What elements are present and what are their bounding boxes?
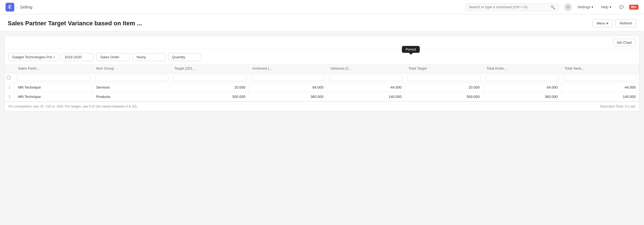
breadcrumb-chevron: ›: [17, 5, 18, 9]
cell-total_achieved: 360.000: [483, 92, 561, 101]
cell-total_variance: 140.000: [561, 92, 639, 101]
col-header-idx: [5, 64, 15, 73]
feedback-button[interactable]: 💬: [617, 4, 626, 10]
cell-sales_partner: MN Technique: [15, 92, 93, 101]
cell-total_target: 20.000: [405, 83, 483, 92]
fiscal-year-filter[interactable]: 2019-2020: [61, 53, 94, 61]
search-icon: 🔍: [550, 5, 555, 9]
search-input[interactable]: [469, 5, 549, 9]
cell-achieved: 64.000: [249, 83, 327, 92]
table-header-row: Sales Partn... Item Group Target (201...…: [5, 64, 639, 73]
col-header-sales-partner: Sales Partn...: [15, 64, 93, 73]
period-tooltip: Period: [402, 46, 420, 53]
document-type-filter[interactable]: Sales Order: [97, 53, 130, 61]
avatar[interactable]: A: [564, 3, 572, 11]
filter-total-achieved[interactable]: [485, 75, 559, 81]
company-filter[interactable]: Gadget Technologies Pvt. l: [9, 53, 58, 61]
execution-time: Execution Time: 0.1 sec: [601, 105, 635, 108]
col-header-total-achieved: Total Achie...: [483, 64, 561, 73]
table-row: 1MN TechniqueServices20.00064.000-44.000…: [5, 83, 639, 92]
help-button[interactable]: Help ▾: [599, 4, 614, 10]
cell-total_variance: -44.000: [561, 83, 639, 92]
col-header-total-variance: Total Varia...: [561, 64, 639, 73]
cell-item_group: Products: [93, 92, 171, 101]
header-actions: Menu ▾ Refresh: [593, 19, 636, 27]
cell-achieved: 360.000: [249, 92, 327, 101]
filter-item-group[interactable]: [95, 75, 169, 81]
cell-target: 20.000: [171, 83, 249, 92]
top-navigation: E › Selling 🔍 A Settings ▾ Help ▾ 💬 99+: [0, 0, 644, 14]
cell-total_target: 500.000: [405, 92, 483, 101]
target-on-filter[interactable]: Quantity: [168, 53, 201, 61]
footer-hint: For comparison, use >5, <10 or =324. For…: [9, 105, 138, 108]
col-header-total-target: Total Target: [405, 64, 483, 73]
filter-sales-partner[interactable]: [17, 75, 91, 81]
select-all-checkbox[interactable]: [7, 76, 10, 79]
settings-button[interactable]: Settings ▾: [575, 4, 596, 10]
report-top-bar: Set Chart: [5, 36, 639, 49]
page-header: Sales Partner Target Variance based on I…: [0, 14, 644, 31]
filter-variance[interactable]: [329, 75, 403, 81]
table-filter-row: [5, 73, 639, 83]
set-chart-button[interactable]: Set Chart: [613, 39, 635, 46]
table-row: 2MN TechniqueProducts500.000360.000140.0…: [5, 92, 639, 101]
col-header-variance: Variance (2...: [327, 64, 405, 73]
col-header-target: Target (201...: [171, 64, 249, 73]
report-table: Sales Partn... Item Group Target (201...…: [5, 64, 639, 101]
col-header-achieved: Achieved (...: [249, 64, 327, 73]
cell-item_group: Services: [93, 83, 171, 92]
filters-row: Period Gadget Technologies Pvt. l 2019-2…: [5, 49, 639, 64]
report-container: Set Chart Period Gadget Technologies Pvt…: [4, 36, 640, 111]
col-header-item-group: Item Group: [93, 64, 171, 73]
cell-target: 500.000: [171, 92, 249, 101]
cell-idx: 1: [5, 83, 15, 92]
page-title: Sales Partner Target Variance based on I…: [8, 20, 142, 27]
cell-idx: 2: [5, 92, 15, 101]
search-bar[interactable]: 🔍: [465, 3, 559, 11]
menu-button[interactable]: Menu ▾: [593, 19, 613, 27]
module-label[interactable]: Selling: [20, 5, 32, 9]
cell-sales_partner: MN Technique: [15, 83, 93, 92]
cell-variance: 140.000: [327, 92, 405, 101]
period-filter[interactable]: Yearly: [132, 53, 165, 61]
filter-total-target[interactable]: [407, 75, 481, 81]
filter-target[interactable]: [173, 75, 247, 81]
report-footer: For comparison, use >5, <10 or =324. For…: [5, 101, 639, 111]
cell-variance: -44.000: [327, 83, 405, 92]
notification-badge[interactable]: 99+: [629, 5, 638, 10]
cell-total_achieved: 64.000: [483, 83, 561, 92]
filter-total-variance[interactable]: [563, 75, 637, 81]
app-icon[interactable]: E: [6, 3, 14, 12]
refresh-button[interactable]: Refresh: [615, 19, 636, 27]
nav-actions: A Settings ▾ Help ▾ 💬 99+: [564, 3, 638, 11]
filter-achieved[interactable]: [251, 75, 325, 81]
